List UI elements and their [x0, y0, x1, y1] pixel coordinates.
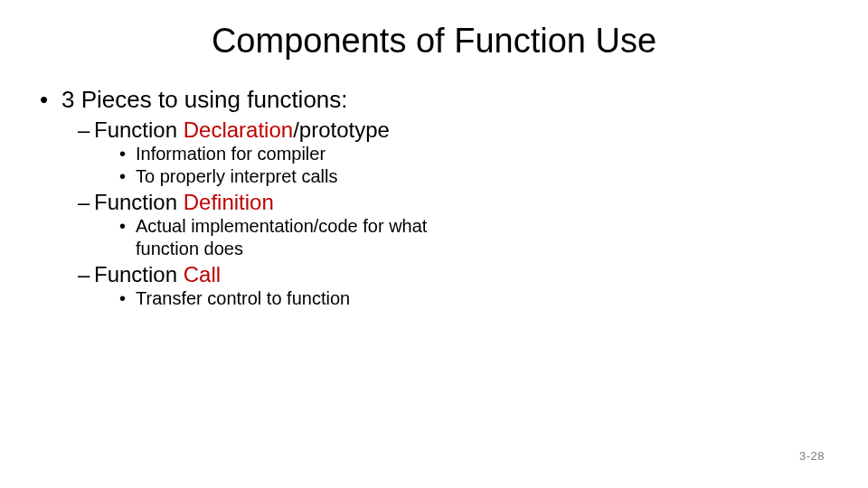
spacer	[119, 238, 136, 260]
bullet-dot-icon: •	[119, 165, 136, 188]
sec1-suffix: /prototype	[293, 117, 390, 142]
bullet-level-3-cont: function does	[119, 238, 832, 260]
sec3-b1: Transfer control to function	[136, 288, 350, 308]
dash-icon: –	[78, 190, 94, 215]
sec1-red: Declaration	[184, 117, 293, 142]
sec3-prefix: Function	[94, 262, 184, 286]
sec3-red: Call	[184, 262, 221, 286]
sec2-red: Definition	[184, 190, 274, 214]
dash-icon: –	[78, 117, 94, 143]
bullet-level-1: •3 Pieces to using functions:	[40, 86, 832, 114]
bullet-level-3: •To properly interpret calls	[119, 165, 832, 188]
bullet-level-3: •Transfer control to function	[119, 287, 832, 310]
bullet-dot-icon: •	[119, 215, 136, 238]
page-number: 3-28	[799, 449, 825, 463]
bullet-dot-icon: •	[119, 143, 136, 165]
sec1-b1: Information for compiler	[136, 144, 326, 164]
bullet-level-3: •Actual implementation/code for what	[119, 215, 832, 238]
bullet-level-2: –Function Declaration/prototype	[78, 117, 832, 143]
sec2-b1: Actual implementation/code for what	[136, 216, 427, 236]
slide: Components of Function Use •3 Pieces to …	[0, 0, 868, 488]
dash-icon: –	[78, 262, 94, 287]
bullet-level-3: •Information for compiler	[119, 143, 832, 165]
sec2-b1b: function does	[136, 239, 243, 258]
bullet-dot-icon: •	[119, 287, 136, 310]
bullet-level-2: –Function Call	[78, 262, 832, 287]
sec1-b2: To properly interpret calls	[136, 166, 337, 186]
slide-title: Components of Function Use	[36, 22, 832, 61]
bullet-dot-icon: •	[40, 86, 61, 114]
bullet-level-2: –Function Definition	[78, 190, 832, 215]
sec2-prefix: Function	[94, 190, 184, 214]
sec1-prefix: Function	[94, 117, 184, 142]
lvl1-text: 3 Pieces to using functions:	[61, 86, 348, 113]
